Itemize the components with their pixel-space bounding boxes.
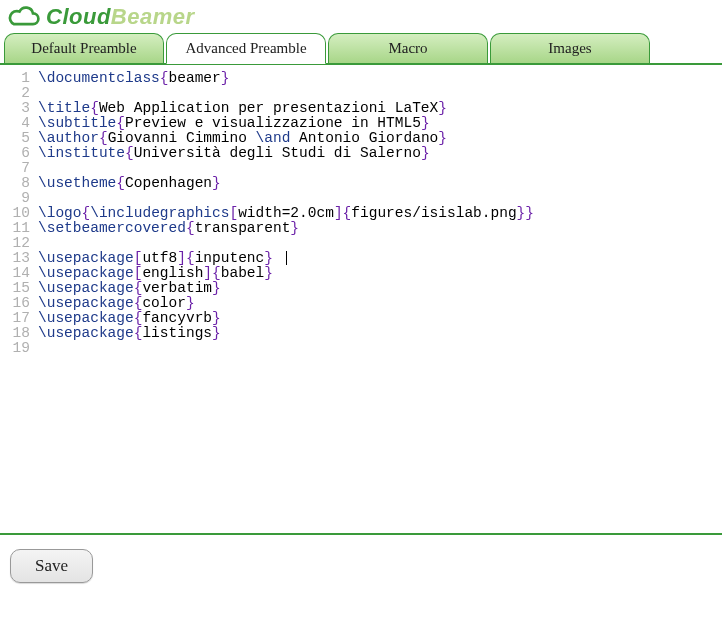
text-cursor: [286, 251, 287, 265]
code-line[interactable]: \subtitle{Preview e visualizzazione in H…: [38, 116, 534, 131]
code-line[interactable]: [38, 86, 534, 101]
app-logo: CloudBeamer: [0, 0, 722, 32]
line-gutter: 12345678910111213141516171819: [0, 65, 34, 533]
code-line[interactable]: \usepackage[english]{babel}: [38, 266, 534, 281]
logo-text: CloudBeamer: [46, 4, 195, 30]
code-line[interactable]: [38, 236, 534, 251]
code-editor[interactable]: 12345678910111213141516171819 \documentc…: [0, 65, 722, 535]
code-line[interactable]: \logo{\includegraphics[width=2.0cm]{figu…: [38, 206, 534, 221]
code-line[interactable]: \usepackage{color}: [38, 296, 534, 311]
code-line[interactable]: \documentclass{beamer}: [38, 71, 534, 86]
tab-advanced-preamble[interactable]: Advanced Preamble: [166, 33, 326, 64]
code-line[interactable]: \usepackage{listings}: [38, 326, 534, 341]
tab-macro[interactable]: Macro: [328, 33, 488, 63]
code-line[interactable]: [38, 341, 534, 356]
code-line[interactable]: \setbeamercovered{transparent}: [38, 221, 534, 236]
code-line[interactable]: \title{Web Application per presentazioni…: [38, 101, 534, 116]
code-line[interactable]: [38, 161, 534, 176]
tab-bar: Default PreambleAdvanced PreambleMacroIm…: [0, 32, 722, 65]
code-line[interactable]: \institute{Università degli Studi di Sal…: [38, 146, 534, 161]
code-line[interactable]: [38, 191, 534, 206]
cloud-icon: [6, 4, 42, 30]
tab-default-preamble[interactable]: Default Preamble: [4, 33, 164, 63]
code-line[interactable]: \author{Giovanni Cimmino \and Antonio Gi…: [38, 131, 534, 146]
save-button[interactable]: Save: [10, 549, 93, 583]
code-line[interactable]: \usepackage[utf8]{inputenc}: [38, 251, 534, 266]
tab-images[interactable]: Images: [490, 33, 650, 63]
code-line[interactable]: \usetheme{Copenhagen}: [38, 176, 534, 191]
code-line[interactable]: \usepackage{verbatim}: [38, 281, 534, 296]
code-line[interactable]: \usepackage{fancyvrb}: [38, 311, 534, 326]
footer: Save: [0, 535, 722, 597]
code-area[interactable]: \documentclass{beamer}\title{Web Applica…: [34, 65, 534, 533]
